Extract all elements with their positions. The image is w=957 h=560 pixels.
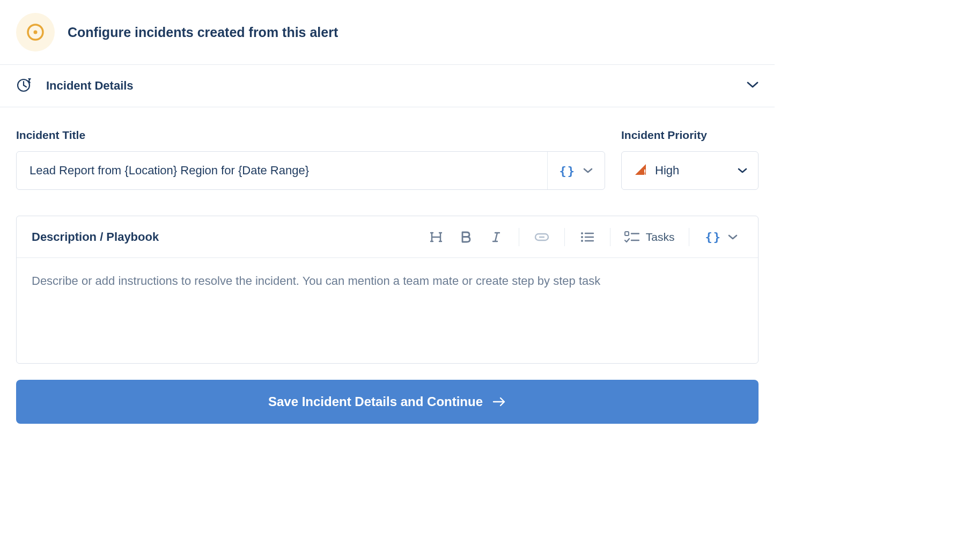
save-continue-button[interactable]: Save Incident Details and Continue [16, 380, 759, 424]
svg-point-8 [581, 236, 583, 238]
description-editor: Description / Playbook [16, 216, 759, 364]
svg-rect-13 [625, 232, 629, 235]
italic-button[interactable] [481, 225, 511, 249]
tasks-label: Tasks [646, 231, 675, 244]
chevron-down-icon [728, 234, 738, 240]
editor-toolbar: Description / Playbook [17, 216, 758, 258]
arrow-right-icon [492, 396, 506, 407]
chevron-down-icon [583, 167, 593, 174]
incident-priority-select[interactable]: High [621, 151, 759, 190]
heading-icon [430, 231, 443, 244]
svg-point-1 [34, 31, 38, 34]
description-textarea[interactable]: Describe or add instructions to resolve … [17, 258, 758, 363]
target-icon [16, 13, 55, 51]
tasks-icon [624, 231, 639, 243]
link-button[interactable] [527, 225, 557, 249]
svg-rect-4 [644, 174, 645, 175]
svg-point-7 [581, 232, 583, 234]
page-title: Configure incidents created from this al… [68, 25, 338, 40]
chevron-down-icon [738, 167, 747, 174]
incident-title-input-wrap: {} [16, 151, 605, 190]
editor-label: Description / Playbook [32, 230, 159, 244]
separator [610, 228, 610, 246]
bullet-list-icon [580, 231, 594, 243]
section-title: Incident Details [46, 79, 134, 93]
braces-icon: {} [705, 230, 722, 244]
link-icon [534, 233, 549, 241]
italic-icon [490, 231, 502, 244]
braces-icon: {} [560, 164, 576, 178]
bullet-list-button[interactable] [572, 225, 602, 249]
svg-point-9 [581, 240, 583, 242]
clock-icon [16, 77, 32, 95]
section-header[interactable]: Incident Details [0, 65, 775, 107]
svg-rect-3 [644, 170, 645, 173]
separator [519, 228, 519, 246]
insert-variable-button[interactable]: {} [697, 230, 743, 244]
insert-variable-button[interactable]: {} [547, 152, 605, 189]
save-button-label: Save Incident Details and Continue [268, 394, 483, 409]
chevron-down-icon[interactable] [747, 81, 759, 91]
separator [564, 228, 565, 246]
priority-value: High [655, 164, 729, 178]
incident-title-label: Incident Title [16, 129, 605, 142]
tasks-button[interactable]: Tasks [618, 231, 681, 244]
incident-priority-label: Incident Priority [621, 129, 759, 142]
page-header: Configure incidents created from this al… [0, 0, 775, 65]
bold-button[interactable] [451, 225, 481, 249]
separator [689, 228, 689, 246]
incident-title-input[interactable] [17, 152, 547, 189]
heading-button[interactable] [421, 225, 451, 249]
bold-icon [460, 231, 472, 244]
priority-high-icon [635, 164, 646, 178]
